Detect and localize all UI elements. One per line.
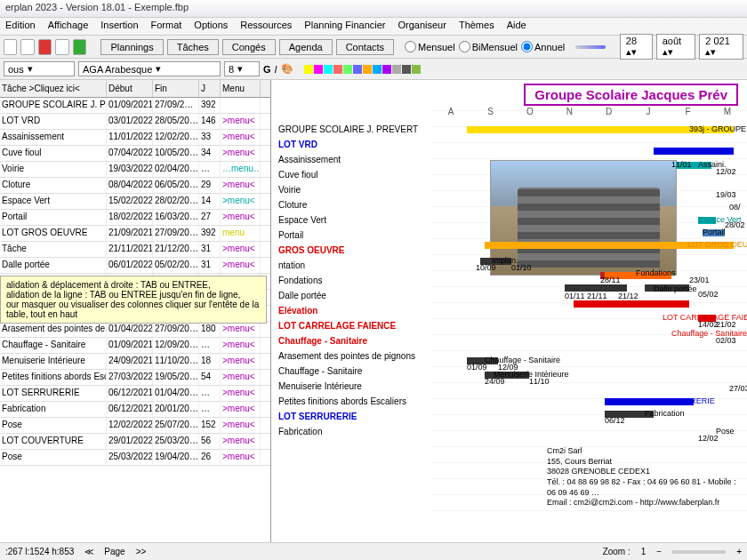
table-row[interactable]: Portail18/02/202216/03/20…27>menu<: [0, 210, 270, 226]
gantt-row-label: GROUPE SCOLAIRE J. PREVERT: [278, 124, 421, 134]
gantt-label: LOT SERRURERIE: [645, 396, 715, 405]
bold-icon[interactable]: G: [263, 64, 271, 75]
zoom-slider[interactable]: [672, 550, 726, 554]
color-swatch[interactable]: [314, 65, 323, 74]
toolbar-icon-2[interactable]: [20, 39, 34, 55]
page-next-icon[interactable]: >>: [136, 547, 147, 556]
table-row[interactable]: LOT COUVERTURE29/01/202225/03/20…56>menu…: [0, 434, 270, 450]
gantt-label: 23/01: [689, 276, 710, 284]
color-swatch[interactable]: [392, 65, 401, 74]
menu-insertion[interactable]: Insertion: [100, 20, 138, 33]
radio-bimensuel[interactable]: BiMensuel: [459, 41, 518, 52]
col-header-start[interactable]: Début: [107, 80, 153, 97]
gantt-row-label: Cloture: [278, 200, 421, 210]
gantt-label: LOT VRD: [698, 147, 733, 156]
color-swatch[interactable]: [382, 65, 391, 74]
grid-header[interactable]: Tâche >Cliquez ici< Début Fin J Menu: [0, 80, 270, 98]
color-swatch[interactable]: [363, 65, 372, 74]
table-row[interactable]: Arasement des pointes de pigno…01/04/202…: [0, 322, 270, 338]
col-header-menu[interactable]: Menu: [221, 80, 261, 97]
gantt-label: Fabrication: [645, 409, 685, 418]
table-row[interactable]: Petites finitions abords Escaliers27/03/…: [0, 370, 270, 386]
main-toolbar: PlanningsTâchesCongésAgendaContacts Mens…: [0, 36, 747, 59]
toolbar-icon-close[interactable]: [38, 39, 52, 55]
gantt-label: 05/02: [698, 290, 719, 299]
table-row[interactable]: Pose25/03/202219/04/20…26>menu<: [0, 450, 270, 466]
gantt-bar[interactable]: [565, 284, 627, 292]
gantt-label: 19/03: [716, 190, 736, 199]
year-field[interactable]: 2 021 ▴▾: [699, 34, 743, 60]
table-row[interactable]: LOT GROS OEUVRE21/09/202127/09/20…392 me…: [0, 226, 270, 242]
gantt-task-labels: GROUPE SCOLAIRE J. PREVERTLOT VRDAssaini…: [278, 124, 421, 442]
zoom-out-icon[interactable]: −: [656, 547, 662, 556]
table-row[interactable]: Cuve fioul07/04/202210/05/20…34>menu<: [0, 146, 270, 162]
tab-agenda[interactable]: Agenda: [279, 39, 333, 55]
table-row[interactable]: LOT VRD03/01/202228/05/20…146>menu<: [0, 114, 270, 130]
gantt-label: 27/03: [729, 384, 747, 393]
table-row[interactable]: Espace Vert15/02/202228/02/20…14>menu<: [0, 194, 270, 210]
tab-congés[interactable]: Congés: [222, 39, 276, 55]
gantt-label: 12/02: [716, 167, 736, 176]
palette-icon[interactable]: 🎨: [281, 63, 293, 75]
color-swatch[interactable]: [343, 65, 352, 74]
month-field[interactable]: août ▴▾: [656, 34, 696, 60]
gantt-row-label: Arasement des pointes de pignons: [278, 351, 421, 361]
color-swatch[interactable]: [402, 65, 411, 74]
radio-mensuel[interactable]: Mensuel: [405, 41, 455, 52]
toolbar-icon-help[interactable]: [73, 39, 86, 55]
table-row[interactable]: Pose12/02/202225/07/20…152>menu<: [0, 418, 270, 434]
color-swatch[interactable]: [373, 65, 382, 74]
menu-edition[interactable]: Edition: [5, 20, 36, 33]
menu-options[interactable]: Options: [194, 20, 228, 33]
toolbar-icon-3[interactable]: [55, 39, 68, 55]
format-toolbar: ous AGA Arabesque 8 G I 🎨: [0, 59, 747, 80]
gantt-row-label: Chauffage - Sanitaire: [278, 336, 421, 346]
day-field[interactable]: 28 ▴▾: [620, 34, 653, 60]
table-row[interactable]: Voirie19/03/202202/04/20………menu…: [0, 162, 270, 178]
tab-contacts[interactable]: Contacts: [336, 39, 394, 55]
gantt-label: 24/09: [485, 377, 505, 386]
table-row[interactable]: Tâche21/11/202121/12/20…31>menu<: [0, 242, 270, 258]
color-swatch[interactable]: [304, 65, 313, 74]
slider[interactable]: [575, 45, 606, 49]
gantt-row-label: GROS OEUVRE: [278, 245, 421, 255]
page-label: Page: [104, 547, 124, 556]
table-row[interactable]: Chauffage - Sanitaire01/09/202112/09/20……: [0, 338, 270, 354]
table-row[interactable]: LOT SERRURERIE06/12/202101/04/20……>menu<: [0, 386, 270, 402]
menu-thèmes[interactable]: Thèmes: [459, 20, 494, 33]
menu-aide[interactable]: Aide: [507, 20, 526, 33]
col-header-days[interactable]: J: [199, 80, 221, 97]
col-header-task[interactable]: Tâche >Cliquez ici<: [0, 80, 107, 97]
color-swatch[interactable]: [324, 65, 333, 74]
toolbar-icon-1[interactable]: [4, 39, 17, 55]
menu-affichage[interactable]: Affichage: [48, 20, 89, 33]
table-row[interactable]: Dalle portée06/01/202205/02/20…31>menu<: [0, 258, 270, 274]
gantt-label: 28/02: [725, 220, 745, 229]
gantt-label: Portail: [703, 228, 726, 236]
font-size-dropdown[interactable]: 8: [224, 61, 260, 76]
color-swatch[interactable]: [412, 65, 421, 74]
table-row[interactable]: Assainissement11/01/202212/02/20…33>menu…: [0, 130, 270, 146]
menu-format[interactable]: Format: [151, 20, 182, 33]
gantt-label: 28/11: [600, 276, 621, 284]
table-row[interactable]: Fabrication06/12/202120/01/20……>menu<: [0, 402, 270, 418]
col-header-end[interactable]: Fin: [153, 80, 199, 97]
menu-ressources[interactable]: Ressources: [240, 20, 292, 33]
radio-annuel[interactable]: Annuel: [521, 41, 565, 52]
tab-plannings[interactable]: Plannings: [100, 39, 163, 55]
menu-organiseur[interactable]: Organiseur: [398, 20, 446, 33]
font-dropdown[interactable]: AGA Arabesque: [78, 61, 221, 76]
tab-tâches[interactable]: Tâches: [167, 39, 219, 55]
filter-dropdown[interactable]: ous: [4, 61, 75, 76]
gantt-chart[interactable]: ASONDJFM 393j - GROUPE SCOLAIRELOT VRDAs…: [431, 107, 747, 526]
help-tooltip: alidation & déplacement à droite : TAB o…: [0, 276, 267, 324]
color-swatch[interactable]: [333, 65, 342, 74]
italic-icon[interactable]: I: [275, 64, 277, 75]
table-row[interactable]: Menuiserie Intérieure24/09/202111/10/20……: [0, 354, 270, 370]
zoom-in-icon[interactable]: +: [736, 547, 742, 556]
menu-planning financier[interactable]: Planning Financier: [304, 20, 385, 33]
color-palette[interactable]: [304, 65, 421, 74]
color-swatch[interactable]: [353, 65, 362, 74]
table-row[interactable]: GROUPE SCOLAIRE J. PREVERT01/09/202127/0…: [0, 98, 270, 114]
table-row[interactable]: Cloture08/04/202206/05/20…29>menu<: [0, 178, 270, 194]
